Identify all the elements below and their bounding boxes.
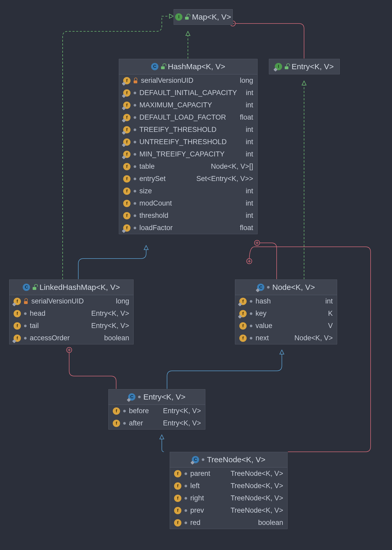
class-box-hashmap[interactable]: C HashMap<K, V> fserialVersionUIDlongfDE… — [119, 59, 258, 234]
members-list: fserialVersionUIDlongfDEFAULT_INITIAL_CA… — [119, 74, 257, 234]
member-type: V — [328, 322, 333, 330]
member-name: MIN_TREEIFY_CAPACITY — [139, 150, 225, 158]
visibility-dot — [134, 178, 136, 180]
visibility-dot — [134, 214, 136, 217]
class-header: C Entry<K, V> — [109, 389, 205, 405]
member-row[interactable]: fDEFAULT_LOAD_FACTORfloat — [119, 111, 257, 124]
member-type: TreeNode<K, V> — [230, 470, 283, 478]
visibility-dot — [24, 325, 27, 327]
field-icon: f — [123, 114, 130, 121]
field-icon: f — [14, 310, 21, 317]
member-type: TreeNode<K, V> — [230, 494, 283, 502]
member-name: threshold — [139, 212, 168, 220]
class-box-linkedhashmap[interactable]: C LinkedHashMap<K, V> fserialVersionUIDl… — [9, 279, 134, 344]
member-name: hash — [256, 297, 271, 305]
member-row[interactable]: fserialVersionUIDlong — [9, 295, 133, 307]
member-type: int — [246, 126, 253, 134]
class-header: C Node<K, V> — [235, 280, 337, 295]
class-icon: C — [23, 284, 30, 291]
member-row[interactable]: floadFactorfloat — [119, 222, 257, 234]
visibility-dot — [267, 286, 270, 289]
member-type: int — [246, 101, 253, 109]
member-type: long — [116, 297, 129, 305]
member-name: head — [30, 309, 45, 318]
member-row[interactable]: frightTreeNode<K, V> — [170, 492, 287, 504]
class-title: Node<K, V> — [272, 283, 315, 292]
member-name: serialVersionUID — [141, 77, 193, 85]
member-type: boolean — [258, 519, 283, 527]
class-icon: C — [128, 393, 135, 401]
field-icon: f — [239, 310, 247, 317]
visibility-dot — [185, 497, 187, 500]
member-type: int — [246, 89, 253, 97]
member-row[interactable]: ftailEntry<K, V> — [9, 320, 133, 332]
member-row[interactable]: fhashint — [235, 295, 337, 307]
field-icon: f — [239, 335, 247, 342]
member-row[interactable]: fDEFAULT_INITIAL_CAPACITYint — [119, 87, 257, 99]
member-row[interactable]: fheadEntry<K, V> — [9, 307, 133, 320]
member-name: accessOrder — [30, 334, 70, 342]
field-icon: f — [123, 138, 130, 146]
member-name: loadFactor — [139, 224, 173, 232]
member-name: parent — [190, 470, 210, 478]
member-row[interactable]: ftableNode<K, V>[] — [119, 160, 257, 173]
members-list: fhashintfkeyKfvalueVfnextNode<K, V> — [235, 295, 337, 344]
member-type: long — [240, 77, 253, 85]
lock-icon — [134, 78, 138, 83]
member-row[interactable]: fparentTreeNode<K, V> — [170, 467, 287, 480]
treenode-extends-entry — [162, 435, 164, 452]
member-row[interactable]: fnextNode<K, V> — [235, 332, 337, 344]
class-header: C LinkedHashMap<K, V> — [9, 280, 133, 295]
hashmap-contains-treenode — [249, 247, 371, 452]
member-row[interactable]: fafterEntry<K, V> — [109, 417, 205, 429]
member-name: value — [256, 322, 272, 330]
member-row[interactable]: fthresholdint — [119, 209, 257, 222]
class-title: LinkedHashMap<K, V> — [39, 283, 120, 292]
member-row[interactable]: fvalueV — [235, 320, 337, 332]
visibility-dot — [250, 325, 252, 327]
unlock-icon — [285, 64, 289, 69]
visibility-dot — [134, 104, 136, 107]
field-icon: f — [14, 298, 21, 305]
class-box-treenode[interactable]: C TreeNode<K, V> fparentTreeNode<K, V>fl… — [170, 452, 288, 529]
class-box-entry-class[interactable]: C Entry<K, V> fbeforeEntry<K, V>fafterEn… — [108, 389, 205, 430]
visibility-dot — [123, 422, 126, 425]
field-icon: f — [123, 200, 130, 207]
field-icon: f — [14, 335, 21, 342]
class-box-node[interactable]: C Node<K, V> fhashintfkeyKfvalueVfnextNo… — [235, 279, 337, 344]
visibility-dot — [250, 337, 252, 340]
member-row[interactable]: faccessOrderboolean — [9, 332, 133, 344]
member-row[interactable]: fMIN_TREEIFY_CAPACITYint — [119, 148, 257, 160]
member-row[interactable]: fentrySetSet<Entry<K, V>> — [119, 173, 257, 185]
class-box-entry-interface[interactable]: I Entry<K, V> — [269, 59, 340, 74]
class-box-map[interactable]: I Map<K, V> — [174, 9, 233, 25]
member-type: TreeNode<K, V> — [230, 506, 283, 514]
field-icon: f — [123, 224, 130, 232]
field-icon: f — [123, 175, 130, 183]
member-row[interactable]: fmodCountint — [119, 197, 257, 209]
visibility-dot — [185, 522, 187, 524]
visibility-dot — [185, 485, 187, 487]
visibility-dot — [134, 227, 136, 229]
member-row[interactable]: fbeforeEntry<K, V> — [109, 405, 205, 417]
member-name: tail — [30, 322, 39, 330]
member-row[interactable]: fUNTREEIFY_THRESHOLDint — [119, 136, 257, 148]
member-type: int — [246, 199, 253, 207]
interface-icon: I — [175, 13, 182, 21]
member-row[interactable]: fTREEIFY_THRESHOLDint — [119, 124, 257, 136]
map-contains-entry — [233, 24, 304, 59]
visibility-dot — [250, 300, 252, 303]
field-icon: f — [113, 407, 120, 415]
member-row[interactable]: fredboolean — [170, 517, 287, 529]
field-icon: f — [123, 102, 130, 109]
class-icon: C — [192, 456, 199, 463]
member-row[interactable]: fMAXIMUM_CAPACITYint — [119, 99, 257, 111]
member-row[interactable]: fprevTreeNode<K, V> — [170, 504, 287, 517]
member-row[interactable]: fleftTreeNode<K, V> — [170, 480, 287, 492]
member-row[interactable]: fkeyK — [235, 307, 337, 320]
linkedhashmap-contains-entry-class — [69, 350, 116, 389]
member-row[interactable]: fserialVersionUIDlong — [119, 74, 257, 87]
field-icon: f — [174, 519, 181, 526]
member-row[interactable]: fsizeint — [119, 185, 257, 197]
visibility-dot — [134, 116, 136, 119]
